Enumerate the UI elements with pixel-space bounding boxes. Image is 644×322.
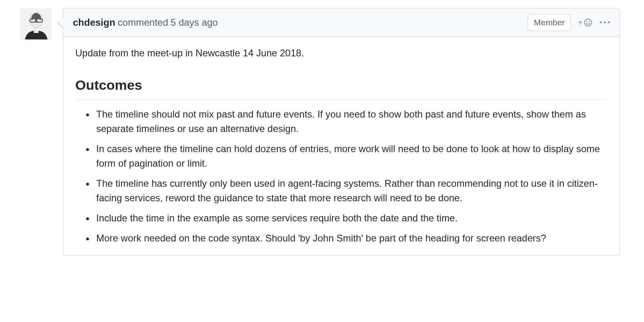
smiley-icon [584,18,592,27]
role-badge: Member [528,14,571,31]
issue-comment: chdesign commented 5 days ago Member + [20,8,620,256]
kebab-dot-icon [604,21,606,23]
list-item: The timeline has currently only been use… [95,176,607,205]
list-item: In cases where the timeline can hold doz… [95,142,607,171]
avatar[interactable] [20,8,52,39]
svg-point-5 [586,21,587,22]
add-reaction-button[interactable]: + [578,18,592,27]
list-item: The timeline should not mix past and fut… [95,107,607,136]
comment-menu-button[interactable] [599,19,611,26]
kebab-dot-icon [600,21,602,23]
comment-header: chdesign commented 5 days ago Member + [63,8,619,37]
comment-body: Update from the meet-up in Newcastle 14 … [63,37,619,255]
outcomes-list: The timeline should not mix past and fut… [75,107,607,246]
list-item: Include the time in the example as some … [95,211,607,225]
outcomes-heading: Outcomes [75,75,607,100]
svg-point-6 [589,21,590,22]
plus-icon: + [578,19,583,27]
comment-box: chdesign commented 5 days ago Member + [63,8,620,256]
comment-header-actions: + [578,18,611,27]
list-item: More work needed on the code syntax. Sho… [95,231,607,246]
kebab-dot-icon [608,21,610,23]
comment-paragraph: Update from the meet-up in Newcastle 14 … [75,46,607,60]
comment-author-link[interactable]: chdesign [73,15,115,30]
svg-point-4 [584,19,592,26]
comment-timestamp-link[interactable]: 5 days ago [171,15,218,30]
comment-verb: commented [118,15,168,30]
